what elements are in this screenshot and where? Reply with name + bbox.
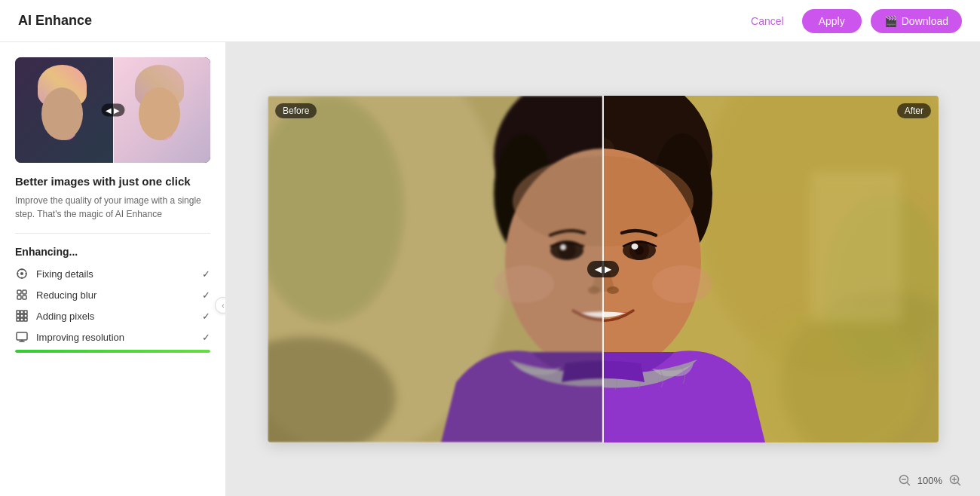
step-resolution-label: Improving resolution bbox=[36, 332, 194, 343]
zoom-out-button[interactable] bbox=[898, 473, 911, 487]
preview-after-face bbox=[131, 65, 191, 155]
svg-rect-3 bbox=[23, 290, 26, 294]
step-adding-pixels: Adding pixels ✓ bbox=[15, 309, 210, 323]
bubble-gum-after bbox=[152, 122, 173, 140]
before-image bbox=[268, 96, 603, 442]
preview-handle[interactable]: ◀ ▶ bbox=[101, 104, 124, 117]
svg-rect-2 bbox=[17, 290, 21, 294]
right-arrow-icon: ▶ bbox=[605, 264, 611, 274]
header: AI Enhance Cancel Apply Download bbox=[0, 0, 980, 42]
svg-rect-13 bbox=[20, 318, 23, 321]
svg-rect-9 bbox=[17, 314, 20, 317]
svg-rect-8 bbox=[24, 311, 27, 314]
svg-rect-12 bbox=[17, 318, 20, 321]
step-fixing-details: Fixing details ✓ bbox=[15, 267, 210, 280]
header-actions: Cancel Apply Download bbox=[742, 9, 962, 33]
footer-zoom: 100% bbox=[898, 473, 962, 487]
page-title: AI Enhance bbox=[18, 13, 92, 29]
preview-after bbox=[113, 57, 211, 163]
step-fixing-label: Fixing details bbox=[36, 268, 194, 280]
step-reducing-check: ✓ bbox=[202, 289, 210, 301]
svg-rect-14 bbox=[24, 318, 27, 321]
grid2-icon bbox=[15, 309, 29, 323]
step-resolution-check: ✓ bbox=[202, 332, 210, 343]
step-reducing-label: Reducing blur bbox=[36, 289, 194, 301]
enhancing-title: Enhancing... bbox=[15, 246, 210, 258]
collapse-button[interactable]: ‹ bbox=[215, 297, 226, 314]
step-adding-label: Adding pixels bbox=[36, 311, 194, 322]
compare-handle[interactable]: ◀ ▶ bbox=[587, 261, 619, 277]
settings-icon bbox=[15, 267, 29, 280]
canvas-area: Before After bbox=[226, 42, 980, 496]
enhancing-section: Enhancing... Fixing details ✓ bbox=[15, 246, 210, 353]
preview-before-face bbox=[34, 65, 94, 155]
svg-point-31 bbox=[494, 265, 554, 303]
handle-left-arrow: ◀ bbox=[106, 106, 112, 115]
after-svg bbox=[603, 96, 939, 442]
svg-point-39 bbox=[588, 286, 600, 294]
description-title: Better images with just one click bbox=[15, 175, 210, 188]
step-reducing-blur: Reducing blur ✓ bbox=[15, 288, 210, 302]
sidebar: ◀ ▶ Better images with just one click Im… bbox=[0, 42, 226, 496]
svg-rect-15 bbox=[17, 332, 27, 340]
svg-point-58 bbox=[652, 265, 712, 303]
description-text: Improve the quality of your image with a… bbox=[15, 194, 210, 221]
svg-rect-49 bbox=[810, 171, 901, 322]
svg-rect-6 bbox=[17, 311, 20, 314]
after-label: After bbox=[897, 103, 931, 118]
svg-rect-5 bbox=[23, 295, 26, 299]
progress-fill bbox=[15, 350, 210, 353]
svg-point-1 bbox=[20, 272, 23, 275]
svg-point-68 bbox=[607, 286, 619, 294]
svg-rect-11 bbox=[24, 314, 27, 317]
svg-point-66 bbox=[632, 243, 639, 250]
svg-rect-4 bbox=[17, 295, 21, 299]
cancel-button[interactable]: Cancel bbox=[742, 9, 793, 33]
after-panel bbox=[603, 96, 939, 442]
sidebar-divider bbox=[15, 233, 210, 234]
zoom-level: 100% bbox=[917, 475, 942, 486]
step-improving-resolution: Improving resolution ✓ bbox=[15, 330, 210, 344]
sidebar-description: Better images with just one click Improv… bbox=[15, 175, 210, 221]
apply-button[interactable]: Apply bbox=[802, 9, 862, 33]
monitor-icon bbox=[15, 330, 29, 344]
download-button[interactable]: Download bbox=[871, 9, 962, 33]
main-layout: ◀ ▶ Better images with just one click Im… bbox=[0, 42, 980, 496]
grid-icon bbox=[15, 288, 29, 302]
progress-bar bbox=[15, 350, 210, 353]
svg-point-35 bbox=[560, 244, 566, 250]
step-adding-check: ✓ bbox=[202, 311, 210, 322]
steps-list: Fixing details ✓ Reducing blur ✓ bbox=[15, 267, 210, 344]
svg-rect-10 bbox=[20, 314, 23, 317]
before-panel bbox=[268, 96, 603, 442]
preview-before bbox=[15, 57, 113, 163]
bubble-gum bbox=[55, 122, 76, 140]
handle-right-arrow: ▶ bbox=[114, 106, 120, 115]
before-label: Before bbox=[275, 103, 317, 118]
left-arrow-icon: ◀ bbox=[595, 264, 602, 274]
image-compare[interactable]: Before After bbox=[268, 96, 939, 442]
step-fixing-check: ✓ bbox=[202, 268, 210, 280]
before-svg bbox=[268, 96, 603, 442]
after-image bbox=[603, 96, 939, 442]
svg-rect-7 bbox=[20, 311, 23, 314]
preview-thumbnail: ◀ ▶ bbox=[15, 57, 210, 163]
zoom-in-button[interactable] bbox=[948, 473, 962, 487]
